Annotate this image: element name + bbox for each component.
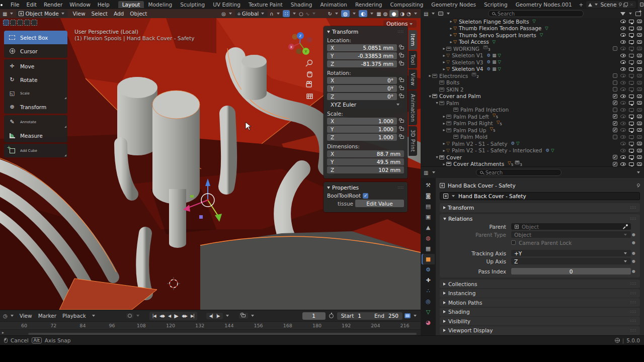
properties-panel-header[interactable]: Properties ∷∷ bbox=[327, 185, 404, 191]
disable-render-toggle[interactable] bbox=[637, 87, 642, 91]
lock-icon[interactable] bbox=[400, 54, 404, 57]
tracking-axis-dropdown[interactable]: +Y bbox=[511, 250, 631, 257]
hide-eye-toggle[interactable] bbox=[620, 128, 626, 132]
viewport-menu-view[interactable]: View bbox=[70, 10, 89, 17]
outliner-row-working[interactable]: ▸WORKING3 bbox=[421, 45, 644, 52]
outliner-search[interactable] bbox=[488, 10, 584, 17]
hide-eye-toggle[interactable] bbox=[620, 20, 626, 23]
disable-render-toggle[interactable] bbox=[637, 40, 642, 44]
menu-window[interactable]: Window bbox=[66, 1, 94, 8]
add-workspace-button[interactable]: + bbox=[576, 2, 587, 8]
tool-annotate[interactable]: ✎Annotate bbox=[4, 115, 67, 129]
disable-render-toggle[interactable] bbox=[637, 81, 642, 84]
disable-viewport-toggle[interactable] bbox=[629, 20, 634, 23]
keying-lock[interactable] bbox=[239, 313, 248, 319]
properties-tab-tool-icon[interactable]: ⚒ bbox=[422, 180, 435, 191]
workspace-tab-geometry-nodes-001[interactable]: Geometry Nodes.001 bbox=[512, 1, 576, 8]
xray-toggle[interactable]: ◐ bbox=[359, 10, 367, 17]
tool-select-box[interactable]: Select Box bbox=[4, 31, 67, 44]
disable-viewport-toggle[interactable] bbox=[629, 108, 634, 112]
new-scene-icon[interactable] bbox=[623, 3, 627, 7]
disable-render-toggle[interactable] bbox=[637, 149, 642, 152]
dimensions-y-field[interactable]: Y49.5 mm bbox=[327, 158, 404, 165]
hide-eye-toggle[interactable] bbox=[620, 81, 626, 84]
hide-eye-toggle[interactable] bbox=[620, 67, 626, 71]
eyedropper-icon[interactable] bbox=[623, 224, 628, 229]
object-name-field[interactable]: Hand Back Cover - Safety bbox=[440, 192, 640, 200]
outliner-row-bolts[interactable]: Bolts bbox=[421, 79, 644, 86]
disable-viewport-toggle[interactable] bbox=[629, 47, 634, 50]
drag-dots-icon[interactable]: ∷∷ bbox=[630, 319, 636, 323]
lock-icon[interactable] bbox=[400, 87, 404, 90]
outliner-row-skeleton-flange-side-bolts[interactable]: ▸▽Skeleton Flange Side Bolts▽ bbox=[421, 18, 644, 25]
workspace-tab-texture-paint[interactable]: Texture Paint bbox=[245, 1, 287, 8]
menu-file[interactable]: File bbox=[7, 1, 23, 8]
outliner-row-palm-v2-s1-safety-interlocked[interactable]: ▸▽Palm V2 - S1 - Safety - Interlocked⚙▽ bbox=[421, 147, 644, 154]
exclude-checkbox[interactable] bbox=[613, 46, 617, 51]
outliner-row-palm-v2-s1-safety[interactable]: ▸▽Palm V2 - S1 - Safety⚙▽ bbox=[421, 140, 644, 147]
location-y-field[interactable]: Y-0.33853 mm bbox=[327, 52, 397, 59]
hide-eye-toggle[interactable] bbox=[620, 47, 626, 50]
hide-eye-toggle[interactable] bbox=[620, 95, 626, 98]
hide-eye-toggle[interactable] bbox=[620, 60, 626, 64]
disable-render-toggle[interactable] bbox=[637, 162, 642, 166]
disable-render-toggle[interactable] bbox=[637, 108, 642, 112]
outliner-row-skeleton-v3[interactable]: ▸▽Skeleton V3⚙▦▽ bbox=[421, 59, 644, 66]
hide-eye-toggle[interactable] bbox=[620, 115, 626, 118]
exclude-checkbox[interactable] bbox=[613, 80, 617, 85]
shading-solid-icon[interactable]: ● bbox=[389, 10, 398, 17]
lock-icon[interactable] bbox=[400, 136, 404, 139]
disable-viewport-toggle[interactable] bbox=[629, 142, 634, 145]
properties-tab-constraints-icon[interactable]: ✚ bbox=[422, 275, 435, 286]
start-value[interactable]: 1 bbox=[358, 313, 361, 319]
location-x-field[interactable]: X5.0851 mm bbox=[327, 44, 397, 51]
disable-viewport-toggle[interactable] bbox=[629, 40, 634, 44]
hide-eye-toggle[interactable] bbox=[620, 149, 626, 152]
select-mode-3[interactable] bbox=[24, 20, 30, 26]
pass-index-field[interactable]: 0 bbox=[511, 268, 631, 275]
proportional-editing-icon[interactable]: ○ bbox=[299, 11, 303, 17]
sidebar-tab-animation[interactable]: Animation bbox=[409, 90, 417, 125]
tool-scale[interactable]: ◱Scale bbox=[4, 86, 67, 100]
panel-shading[interactable]: Shading∷∷ bbox=[440, 308, 640, 316]
pin-icon[interactable] bbox=[618, 3, 622, 7]
up-axis-dropdown[interactable]: Z bbox=[511, 258, 631, 265]
panel-instancing[interactable]: Instancing∷∷ bbox=[440, 289, 640, 298]
outliner-row-palm-pad-left[interactable]: ▸Palm Pad Left▽5✓ bbox=[421, 113, 644, 120]
properties-tab-output-icon[interactable]: ▤ bbox=[422, 201, 435, 212]
disable-viewport-toggle[interactable] bbox=[629, 95, 634, 98]
outliner-row-palm[interactable]: ▾Palm✓ bbox=[421, 100, 644, 107]
hide-eye-toggle[interactable] bbox=[620, 135, 626, 139]
disable-render-toggle[interactable] bbox=[637, 60, 642, 64]
relations-panel-header[interactable]: Relations ∷∷ bbox=[443, 215, 636, 222]
frame-back-button[interactable]: ◀| bbox=[208, 313, 214, 319]
disable-viewport-toggle[interactable] bbox=[629, 33, 634, 37]
properties-tab-physics-icon[interactable]: ◎ bbox=[422, 296, 435, 307]
expander-icon[interactable]: ▸ bbox=[449, 26, 453, 31]
dimensions-x-field[interactable]: X88.7 mm bbox=[327, 150, 404, 157]
workspace-tab-compositing[interactable]: Compositing bbox=[386, 1, 428, 8]
drag-dots-icon[interactable]: ∷∷ bbox=[630, 217, 636, 221]
viewport-3d[interactable]: Z X Y bbox=[0, 18, 421, 310]
workspace-tab-shading[interactable]: Shading bbox=[287, 1, 316, 8]
close-icon[interactable]: × bbox=[629, 2, 634, 7]
disable-viewport-toggle[interactable] bbox=[629, 67, 634, 71]
hide-eye-toggle[interactable] bbox=[620, 101, 626, 105]
stopwatch-icon[interactable] bbox=[329, 314, 334, 318]
menu-help[interactable]: Help bbox=[94, 1, 113, 8]
scale-x-field[interactable]: X1.000 bbox=[327, 118, 397, 125]
disable-render-toggle[interactable] bbox=[637, 54, 642, 57]
disable-viewport-toggle[interactable] bbox=[629, 155, 634, 159]
exclude-checkbox[interactable]: ✓ bbox=[613, 101, 617, 105]
frame-forward-button[interactable]: |▶ bbox=[215, 313, 221, 319]
expander-icon[interactable]: ▾ bbox=[435, 155, 439, 159]
drag-dots-icon[interactable]: ∷∷ bbox=[630, 310, 636, 314]
expander-icon[interactable]: ▸ bbox=[442, 53, 446, 58]
rotation-mode-dropdown[interactable]: XYZ Euler bbox=[327, 101, 404, 108]
disable-render-toggle[interactable] bbox=[637, 142, 642, 145]
display-mode-icon[interactable] bbox=[438, 12, 443, 16]
sidebar-tab-tool[interactable]: Tool bbox=[409, 51, 417, 68]
drag-dots-icon[interactable]: ∷∷ bbox=[398, 186, 404, 190]
disable-viewport-toggle[interactable] bbox=[629, 122, 634, 125]
timeline-ruler[interactable]: 60728496108120132144156168180192204216 bbox=[0, 321, 421, 329]
